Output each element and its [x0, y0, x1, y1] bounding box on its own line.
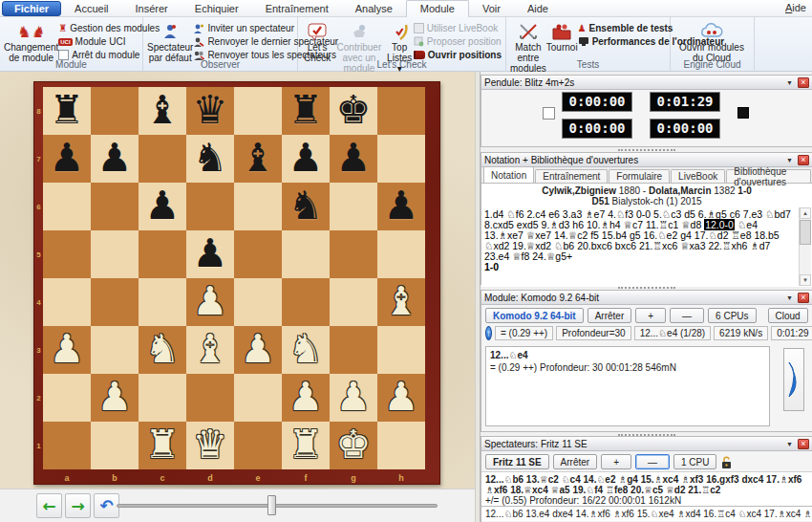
menu-tab-echiquier[interactable]: Echiquier [182, 0, 252, 16]
engine-time-cell[interactable]: 0:01:29 [771, 326, 812, 340]
close-icon[interactable]: × [798, 439, 809, 449]
square-b2[interactable]: ♟ [91, 374, 139, 422]
white-bishop-piece[interactable]: ♝ [377, 278, 425, 326]
square-f6[interactable]: ♞ [282, 183, 330, 230]
square-f8[interactable]: ♜ [282, 87, 330, 135]
menu-tab-voir[interactable]: Voir [469, 0, 514, 16]
white-pawn-piece[interactable]: ♟ [91, 374, 139, 422]
white-king-piece[interactable]: ♚ [330, 422, 377, 469]
change-module-button[interactable]: ♞♞ Changement de module [4, 19, 58, 63]
spectators-panel-header[interactable]: Spectateurs: Fritz 11 SE ▼ × [481, 437, 812, 451]
square-f1[interactable]: ♜ [282, 422, 330, 469]
square-c1[interactable]: ♜ [139, 422, 186, 469]
square-d7[interactable]: ♞ [186, 135, 234, 183]
slider-handle[interactable] [267, 495, 276, 515]
black-knight-piece[interactable]: ♞ [186, 135, 234, 183]
square-h8[interactable] [377, 87, 425, 135]
square-f2[interactable]: ♟ [282, 374, 330, 422]
black-pawn-piece[interactable]: ♟ [377, 183, 425, 230]
square-h3[interactable] [377, 326, 425, 374]
square-e8[interactable] [234, 87, 282, 135]
square-g2[interactable]: ♟ [330, 374, 377, 422]
black-pawn-piece[interactable]: ♟ [139, 183, 186, 230]
black-queen-piece[interactable]: ♛ [186, 87, 234, 135]
scroll-up-icon[interactable]: ▲ [800, 207, 811, 219]
spectator-engine-name-button[interactable]: Fritz 11 SE [485, 454, 549, 469]
black-pawn-piece[interactable]: ♟ [330, 135, 377, 183]
square-a3[interactable]: ♟ [43, 326, 91, 374]
square-c6[interactable]: ♟ [139, 183, 186, 230]
white-pawn-piece[interactable]: ♟ [330, 374, 377, 422]
engine-eval-cell[interactable]: = (0.29 ++) [495, 326, 553, 340]
move-forward-button[interactable]: → [65, 493, 91, 518]
white-queen-piece[interactable]: ♛ [186, 422, 234, 469]
square-c2[interactable] [139, 374, 186, 422]
square-e1[interactable] [234, 422, 282, 469]
black-side-indicator[interactable] [737, 107, 749, 119]
tournament-button[interactable]: Tournoi [546, 19, 578, 63]
square-c8[interactable]: ♝ [139, 87, 186, 135]
square-b3[interactable] [91, 326, 139, 374]
square-g6[interactable] [330, 183, 377, 230]
square-a6[interactable] [43, 183, 91, 230]
notation-moves[interactable]: 1.d4 ♘f6 2.c4 e6 3.a3 ♗e7 4.♘f3 0-0 5.♘c… [481, 207, 812, 287]
square-g7[interactable]: ♟ [330, 135, 377, 183]
menu-tab-aide[interactable]: Aide [514, 0, 562, 16]
spectator-variation-2[interactable]: 12...♘b6 13.e4 dxe4 14.♗xf6 ♗xf6 15.♘xe4… [481, 506, 812, 521]
clock-panel-header[interactable]: Pendule: Blitz 4m+2s ▼ × [481, 76, 812, 90]
close-icon[interactable]: × [798, 155, 809, 165]
square-h6[interactable]: ♟ [377, 183, 425, 230]
square-e6[interactable] [234, 183, 282, 230]
white-knight-piece[interactable]: ♞ [139, 326, 186, 374]
square-g5[interactable] [330, 230, 377, 278]
square-f3[interactable]: ♞ [282, 326, 330, 374]
black-pawn-piece[interactable]: ♟ [186, 230, 234, 278]
engine-stop-button[interactable]: Arrêter [588, 308, 632, 323]
square-b7[interactable]: ♟ [91, 135, 139, 183]
notation-scrollbar[interactable]: ▲ ▼ [799, 207, 811, 286]
square-g3[interactable] [330, 326, 377, 374]
menu-tab-module-active[interactable]: Module [406, 0, 469, 17]
square-d4[interactable]: ♟ [186, 278, 234, 326]
help-menu-right[interactable]: Aide [785, 2, 806, 13]
propose-position-item[interactable]: Proposer position [414, 35, 502, 48]
square-a1[interactable] [43, 422, 91, 469]
square-f5[interactable] [282, 230, 330, 278]
engine-analysis-area[interactable]: 12...♘e4 = (0.29 ++) Profondeur: 30 00:0… [485, 346, 770, 426]
menu-tab-inserer[interactable]: Insérer [122, 0, 182, 16]
black-pawn-piece[interactable]: ♟ [282, 135, 330, 183]
expand-lines-button[interactable] [783, 348, 804, 411]
black-pawn-piece[interactable]: ♟ [43, 135, 91, 183]
tab-livebook[interactable]: LiveBook [671, 169, 725, 183]
black-knight-piece[interactable]: ♞ [282, 183, 330, 230]
square-a2[interactable] [43, 374, 91, 422]
white-pawn-piece[interactable]: ♟ [282, 374, 330, 422]
black-bishop-piece[interactable]: ♝ [139, 87, 186, 135]
square-f4[interactable] [282, 278, 330, 326]
spectator-cpus-button[interactable]: 1 CPU [673, 454, 716, 469]
spectator-stop-button[interactable]: Arrêter [553, 454, 598, 469]
menu-tab-entrainement[interactable]: Entraînement [252, 0, 342, 16]
square-e2[interactable] [234, 374, 282, 422]
white-pawn-piece[interactable]: ♟ [234, 326, 282, 374]
file-menu-button[interactable]: Fichier [2, 1, 61, 16]
square-d1[interactable]: ♛ [186, 422, 234, 469]
tab-bibliotheque[interactable]: Bibliothèque d'ouvertures [726, 169, 811, 183]
square-c7[interactable] [139, 135, 186, 183]
engine-speed-cell[interactable]: 6219 kN/s [714, 326, 768, 340]
spectator-add-line-button[interactable]: + [601, 454, 631, 469]
square-a5[interactable] [43, 230, 91, 278]
white-pawn-piece[interactable]: ♟ [43, 326, 91, 374]
panel-menu-caret-icon[interactable]: ▼ [786, 294, 793, 301]
white-pawn-piece[interactable]: ♟ [377, 374, 425, 422]
square-e5[interactable] [234, 230, 282, 278]
engine-name-button[interactable]: Komodo 9.2 64-bit [485, 308, 584, 323]
square-d6[interactable] [186, 183, 234, 230]
panel-menu-caret-icon[interactable]: ▼ [786, 79, 793, 86]
lets-check-button[interactable]: Let's Check [302, 19, 332, 63]
game-position-slider[interactable] [117, 504, 438, 508]
engine-remove-line-button[interactable]: — [670, 308, 704, 323]
square-h1[interactable] [377, 422, 425, 469]
unlock-icon[interactable] [720, 455, 733, 469]
square-b5[interactable] [91, 230, 139, 278]
